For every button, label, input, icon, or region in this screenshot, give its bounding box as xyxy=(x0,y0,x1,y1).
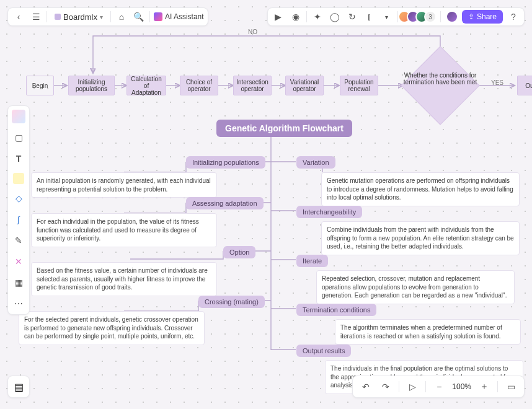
chart-title[interactable]: Genetic Algorithm Flowchart xyxy=(216,120,352,137)
more-tools[interactable]: ⋯ xyxy=(12,297,25,310)
history-icon[interactable]: ↻ xyxy=(345,10,359,24)
present-icon[interactable]: ▶ xyxy=(272,10,285,24)
pointer-tool[interactable]: ▷ xyxy=(406,380,419,394)
board-icon xyxy=(55,14,61,20)
redo-button[interactable]: ↷ xyxy=(379,380,392,394)
chart-icon[interactable]: ⫿ xyxy=(363,10,376,24)
tag-icon[interactable]: ⌂ xyxy=(115,10,128,24)
pill-variation[interactable]: Variation xyxy=(296,156,335,169)
divider xyxy=(399,381,399,392)
chevron-down-icon: ▾ xyxy=(100,14,103,20)
board-name: Boardmlx xyxy=(63,12,97,22)
self-avatar[interactable] xyxy=(446,11,458,23)
undo-button[interactable]: ↶ xyxy=(359,380,373,394)
mindmap-tool[interactable]: ✕ xyxy=(12,255,25,268)
node-intersect[interactable]: Intersection operator xyxy=(233,76,272,95)
search-icon[interactable]: 🔍 xyxy=(132,10,146,24)
divider xyxy=(149,11,150,22)
divider xyxy=(306,11,307,22)
node-decision-label: Whether the conditions for termination h… xyxy=(403,72,477,86)
ai-badge-icon xyxy=(154,12,162,21)
desc-interchange[interactable]: Combine individuals from the parent with… xyxy=(321,221,520,255)
template-tool[interactable]: ▦ xyxy=(12,276,25,289)
ai-label: AI Assistant xyxy=(165,12,204,21)
toolbar-top-left: ‹ ☰ Boardmlx ▾ ⌂ 🔍 AI Assistant xyxy=(7,7,208,26)
divider xyxy=(497,381,498,392)
toolbar-top-right: ▶ ◉ ✦ ◯ ↻ ⫿ ▾ 3 ⇪ Share ? xyxy=(267,7,525,26)
pill-crossing[interactable]: Crossing (mating) xyxy=(198,296,265,308)
desc-option[interactable]: Based on the fitness value, a certain nu… xyxy=(31,262,217,296)
share-button[interactable]: ⇪ Share xyxy=(462,10,503,24)
pill-termination[interactable]: Termination conditions xyxy=(296,304,376,316)
pill-option[interactable]: Option xyxy=(223,246,255,258)
effects-icon[interactable]: ✦ xyxy=(311,10,324,24)
zoom-level[interactable]: 100% xyxy=(452,382,471,391)
pen-tool[interactable]: ✎ xyxy=(12,234,25,247)
ai-assistant-button[interactable]: AI Assistant xyxy=(154,12,204,21)
divider xyxy=(440,11,441,22)
desc-crossing[interactable]: For the selected parent individuals, gen… xyxy=(19,311,205,345)
node-renewal[interactable]: Population renewal xyxy=(340,76,378,95)
layers-button[interactable]: ▤ xyxy=(7,376,30,398)
divider xyxy=(425,381,426,392)
pill-init[interactable]: Initializing populations xyxy=(186,156,265,169)
pill-iterate[interactable]: Iterate xyxy=(296,255,328,267)
select-tool[interactable] xyxy=(12,110,25,123)
node-calc[interactable]: Calculation of Adaptation xyxy=(126,76,166,95)
node-out[interactable]: Ou xyxy=(517,76,532,95)
divider xyxy=(110,11,111,22)
edge-yes-label: YES xyxy=(491,79,503,86)
record-icon[interactable]: ◉ xyxy=(289,10,303,24)
node-begin[interactable]: Begin xyxy=(26,76,54,95)
pill-output[interactable]: Output results xyxy=(296,345,351,357)
zoom-out-button[interactable]: − xyxy=(432,380,446,394)
share-label: Share xyxy=(477,12,497,21)
frame-tool[interactable]: ▢ xyxy=(12,131,25,144)
node-init[interactable]: Initializing populations xyxy=(68,76,115,95)
chevron-down-icon[interactable]: ▾ xyxy=(380,10,394,24)
help-icon[interactable]: ? xyxy=(507,10,520,24)
desc-init[interactable]: An initial population is randomly genera… xyxy=(31,172,217,198)
shape-tool[interactable]: ◇ xyxy=(12,191,25,205)
back-button[interactable]: ‹ xyxy=(12,10,25,24)
desc-assess[interactable]: For each individual in the population, t… xyxy=(31,213,217,247)
minimap-button[interactable]: ▭ xyxy=(504,380,518,394)
desc-variation[interactable]: Genetic mutation operations are performe… xyxy=(321,172,520,206)
node-variational[interactable]: Variational operator xyxy=(285,76,324,95)
node-choice[interactable]: Choice of operator xyxy=(180,76,218,95)
edge-no-label: NO xyxy=(248,29,257,35)
collaborator-avatars[interactable]: 3 xyxy=(402,11,437,23)
desc-iterate[interactable]: Repeated selection, crossover, mutation … xyxy=(316,270,515,304)
pill-interchange[interactable]: Interchangeability xyxy=(296,206,362,218)
pill-assess[interactable]: Assessing adaptation xyxy=(186,197,264,209)
divider xyxy=(47,11,47,22)
menu-button[interactable]: ☰ xyxy=(29,10,43,24)
layers-icon: ▤ xyxy=(14,381,24,393)
board-title[interactable]: Boardmlx ▾ xyxy=(51,12,107,22)
connector-tool[interactable]: ∫ xyxy=(12,213,25,226)
sticky-note-tool[interactable] xyxy=(13,173,24,184)
share-icon: ⇪ xyxy=(468,12,474,21)
text-tool[interactable]: T xyxy=(12,152,25,165)
tool-palette: ▢ T ◇ ∫ ✎ ✕ ▦ ⋯ xyxy=(7,105,30,315)
desc-termination[interactable]: The algorithm terminates when a predeter… xyxy=(335,319,521,345)
toolbar-bottom-right: ↶ ↷ ▷ − 100% ＋ ▭ xyxy=(352,376,525,398)
avatar-overflow: 3 xyxy=(424,11,437,23)
comment-icon[interactable]: ◯ xyxy=(328,10,342,24)
zoom-in-button[interactable]: ＋ xyxy=(477,380,491,394)
